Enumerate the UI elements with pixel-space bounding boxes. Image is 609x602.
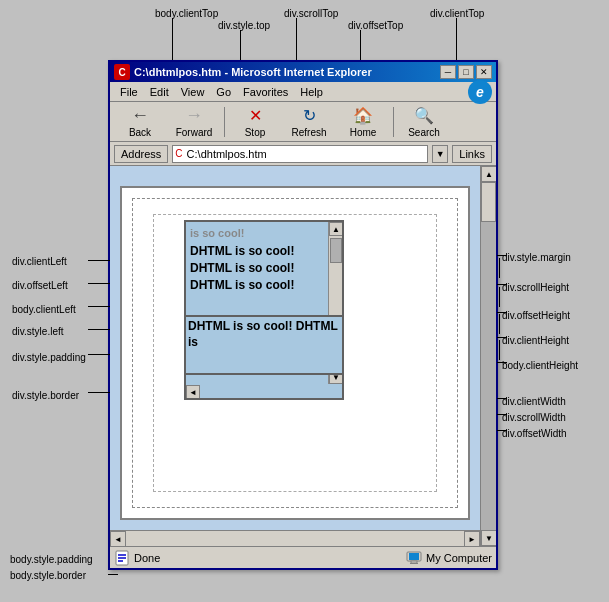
stop-button[interactable]: ✕ Stop bbox=[229, 104, 281, 140]
computer-icon bbox=[406, 550, 422, 566]
svg-rect-7 bbox=[410, 563, 418, 564]
annotation-div-style-border: div.style.border bbox=[12, 390, 79, 401]
home-button[interactable]: 🏠 Home bbox=[337, 104, 389, 140]
search-button[interactable]: 🔍 Search bbox=[398, 104, 450, 140]
forward-label: Forward bbox=[176, 127, 213, 138]
browser-window: C C:\dhtmlpos.htm - Microsoft Internet E… bbox=[108, 60, 498, 570]
annotation-div-client-width: div.clientWidth bbox=[502, 396, 566, 407]
annotation-div-client-height: div.clientHeight bbox=[502, 335, 569, 346]
annotation-body-client-left: body.clientLeft bbox=[12, 304, 76, 315]
stop-label: Stop bbox=[245, 127, 266, 138]
back-label: Back bbox=[129, 127, 151, 138]
address-bar: Address C ▼ Links bbox=[110, 142, 496, 166]
home-label: Home bbox=[350, 127, 377, 138]
annotation-div-client-left: div.clientLeft bbox=[12, 256, 67, 267]
content-area: is so cool! DHTML is so cool! DHTML is s… bbox=[110, 166, 496, 546]
svg-rect-5 bbox=[409, 553, 419, 560]
back-button[interactable]: ← Back bbox=[114, 104, 166, 140]
address-label: Address bbox=[114, 145, 168, 163]
menu-edit[interactable]: Edit bbox=[144, 84, 175, 100]
minimize-button[interactable]: ─ bbox=[440, 65, 456, 79]
menu-view[interactable]: View bbox=[175, 84, 211, 100]
search-icon: 🔍 bbox=[414, 106, 434, 126]
status-page-icon bbox=[114, 550, 130, 566]
forward-button[interactable]: → Forward bbox=[168, 104, 220, 140]
annotation-div-scroll-top: div.scrollTop bbox=[284, 8, 338, 19]
hscroll-left-button[interactable]: ◄ bbox=[110, 531, 126, 546]
refresh-button[interactable]: ↻ Refresh bbox=[283, 104, 335, 140]
toolbar-separator-1 bbox=[224, 107, 225, 137]
maximize-button[interactable]: □ bbox=[458, 65, 474, 79]
back-icon: ← bbox=[130, 106, 150, 126]
ie-logo: e bbox=[468, 80, 492, 104]
annotation-body-style-padding: body.style.padding bbox=[10, 554, 93, 565]
status-text: Done bbox=[134, 552, 160, 564]
status-bar: Done My Computer bbox=[110, 546, 496, 568]
annotation-div-scroll-height: div.scrollHeight bbox=[502, 282, 569, 293]
annotation-div-client-top-right: div.clientTop bbox=[430, 8, 484, 19]
annotation-div-offset-left: div.offsetLeft bbox=[12, 280, 68, 291]
annotation-body-style-border: body.style.border bbox=[10, 570, 86, 581]
annotation-div-style-top: div.style.top bbox=[218, 20, 270, 31]
annotation-div-offset-top: div.offsetTop bbox=[348, 20, 403, 31]
links-button[interactable]: Links bbox=[452, 145, 492, 163]
menu-bar: File Edit View Go Favorites Help e bbox=[110, 82, 496, 102]
annotation-div-style-padding: div.style.padding bbox=[12, 352, 86, 363]
title-bar-text: C:\dhtmlpos.htm - Microsoft Internet Exp… bbox=[134, 66, 372, 78]
menu-favorites[interactable]: Favorites bbox=[237, 84, 294, 100]
scroll-track bbox=[481, 182, 496, 530]
refresh-label: Refresh bbox=[291, 127, 326, 138]
title-bar-buttons: ─ □ ✕ bbox=[440, 65, 492, 79]
annotation-div-style-margin: div.style.margin bbox=[502, 252, 571, 263]
scroll-up-button[interactable]: ▲ bbox=[481, 166, 496, 182]
forward-icon: → bbox=[184, 106, 204, 126]
address-dropdown[interactable]: ▼ bbox=[432, 145, 448, 163]
browser-icon: C bbox=[114, 64, 130, 80]
annotation-body-client-height: body.clientHeight bbox=[502, 360, 578, 371]
toolbar-separator-2 bbox=[393, 107, 394, 137]
menu-go[interactable]: Go bbox=[210, 84, 237, 100]
home-icon: 🏠 bbox=[353, 106, 373, 126]
menu-help[interactable]: Help bbox=[294, 84, 329, 100]
svg-rect-6 bbox=[411, 561, 417, 563]
close-button[interactable]: ✕ bbox=[476, 65, 492, 79]
address-input[interactable] bbox=[185, 146, 428, 162]
search-label: Search bbox=[408, 127, 440, 138]
hscroll-right-button[interactable]: ► bbox=[464, 531, 480, 546]
title-bar-left: C C:\dhtmlpos.htm - Microsoft Internet E… bbox=[114, 64, 372, 80]
stop-icon: ✕ bbox=[245, 106, 265, 126]
refresh-icon: ↻ bbox=[299, 106, 319, 126]
title-bar: C C:\dhtmlpos.htm - Microsoft Internet E… bbox=[110, 62, 496, 82]
annotation-div-scroll-width: div.scrollWidth bbox=[502, 412, 566, 423]
page-content: is so cool! DHTML is so cool! DHTML is s… bbox=[110, 166, 496, 546]
scroll-thumb[interactable] bbox=[481, 182, 496, 222]
status-computer-text: My Computer bbox=[426, 552, 492, 564]
annotation-div-offset-width: div.offsetWidth bbox=[502, 428, 567, 439]
scroll-down-button[interactable]: ▼ bbox=[481, 530, 496, 546]
toolbar: ← Back → Forward ✕ Stop ↻ Refresh 🏠 bbox=[110, 102, 496, 142]
page-vscrollbar[interactable]: ▲ ▼ bbox=[480, 166, 496, 546]
menu-file[interactable]: File bbox=[114, 84, 144, 100]
annotation-div-offset-height: div.offsetHeight bbox=[502, 310, 570, 321]
page-hscrollbar[interactable]: ◄ ► bbox=[110, 530, 480, 546]
annotation-div-style-left: div.style.left bbox=[12, 326, 64, 337]
annotation-body-client-top: body.clientTop bbox=[155, 8, 218, 19]
